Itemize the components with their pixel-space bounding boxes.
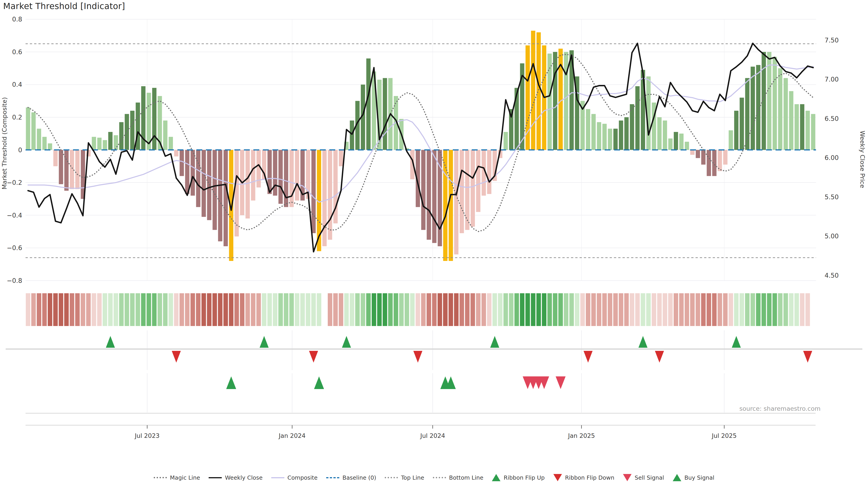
ribbon-cell xyxy=(515,293,519,326)
axis-tick-label: Jul 2023 xyxy=(134,432,160,439)
threshold-bar xyxy=(256,150,261,188)
ribbon-cell xyxy=(470,293,475,326)
up-triangle-marker xyxy=(342,336,351,348)
threshold-bar xyxy=(174,150,178,157)
ribbon-cell xyxy=(679,293,684,326)
dotted-line-sample xyxy=(385,477,398,478)
up-triangle-marker xyxy=(226,377,236,389)
ribbon-cell xyxy=(646,293,651,326)
ribbon-cell xyxy=(344,293,349,326)
ribbon-cell xyxy=(745,293,749,326)
ribbon-cell xyxy=(289,293,294,326)
up-triangle-marker xyxy=(490,336,499,348)
threshold-bar xyxy=(800,104,804,150)
ribbon-cell xyxy=(800,293,804,326)
ribbon-cell xyxy=(695,293,700,326)
ribbon-cell xyxy=(756,293,761,326)
legend-label: Ribbon Flip Up xyxy=(504,475,545,481)
axis-tick-label: −0.4 xyxy=(7,212,22,219)
ribbon-cell xyxy=(641,293,645,326)
ribbon-cell xyxy=(624,293,629,326)
threshold-bar xyxy=(789,91,794,150)
axis-tick-label: Jul 2025 xyxy=(711,432,737,439)
down-triangle-marker xyxy=(309,351,318,363)
threshold-bar xyxy=(487,150,491,194)
legend-label: Buy Signal xyxy=(684,475,715,481)
ribbon-cell xyxy=(548,293,552,326)
threshold-bar xyxy=(163,121,167,150)
ribbon-cell xyxy=(53,293,58,326)
ribbon-cell xyxy=(333,293,338,326)
threshold-bar xyxy=(168,137,173,150)
threshold-bar xyxy=(278,150,283,204)
ribbon-cell xyxy=(448,293,453,326)
ribbon-cell xyxy=(366,293,371,326)
ribbon-cell xyxy=(564,293,568,326)
axis-tick-label: 0.2 xyxy=(12,113,22,121)
axis-tick-label: 0.6 xyxy=(12,48,22,56)
ribbon-cell xyxy=(256,293,261,326)
up-triangle-marker xyxy=(259,336,269,348)
threshold-bar xyxy=(251,150,255,201)
legend-item: Composite xyxy=(271,475,318,481)
threshold-bar xyxy=(152,88,156,150)
threshold-bar xyxy=(295,150,299,201)
ribbon-cell xyxy=(421,293,426,326)
threshold-bar xyxy=(125,114,129,150)
ribbon-cell xyxy=(438,293,442,326)
threshold-bar xyxy=(553,52,557,150)
ribbon-cell xyxy=(26,293,30,326)
axis-tick-label: 7.50 xyxy=(825,37,839,44)
ribbon-cell xyxy=(207,293,212,326)
threshold-bar xyxy=(180,150,184,176)
threshold-bar xyxy=(185,150,189,194)
legend-label: Composite xyxy=(287,475,318,481)
ribbon-cell xyxy=(575,293,579,326)
threshold-bar xyxy=(729,130,733,150)
triangle-up-icon xyxy=(673,474,681,481)
threshold-bar xyxy=(196,150,200,207)
ribbon-cell xyxy=(377,293,382,326)
threshold-bar xyxy=(328,150,332,240)
ribbon-cell xyxy=(663,293,667,326)
legend-label: Magic Line xyxy=(170,475,200,481)
threshold-bar xyxy=(366,59,370,150)
dashed-line-sample xyxy=(326,477,339,478)
axis-tick-label: 6.50 xyxy=(825,115,839,123)
threshold-bar xyxy=(679,133,684,150)
threshold-bars xyxy=(26,31,815,261)
threshold-bar xyxy=(350,121,354,150)
threshold-bar xyxy=(784,78,788,150)
threshold-bar xyxy=(476,150,480,212)
ribbon-cell xyxy=(476,293,480,326)
threshold-bar xyxy=(191,150,195,196)
threshold-bar xyxy=(432,150,436,243)
ribbon-cell xyxy=(196,293,200,326)
axis-tick-label: 5.00 xyxy=(825,232,839,240)
ribbon-cell xyxy=(306,293,310,326)
weekly-close-line xyxy=(28,43,813,252)
threshold-bar xyxy=(289,150,293,207)
ribbon-cell xyxy=(767,293,772,326)
threshold-bar xyxy=(657,117,662,150)
ribbon-cell xyxy=(268,293,272,326)
threshold-bar xyxy=(218,150,222,241)
ribbon-cell xyxy=(108,293,113,326)
threshold-bar xyxy=(130,111,134,150)
threshold-bar xyxy=(471,150,475,227)
threshold-bar xyxy=(515,88,519,150)
ribbon-flip-down-markers xyxy=(172,351,812,363)
ribbon-cell xyxy=(92,293,96,326)
threshold-bar xyxy=(273,150,277,196)
ribbon-cell xyxy=(778,293,782,326)
ribbon-cell xyxy=(558,293,563,326)
threshold-bar xyxy=(586,109,590,150)
threshold-bar xyxy=(339,150,343,166)
dotted-line-sample xyxy=(154,477,167,478)
threshold-bar xyxy=(114,135,118,150)
threshold-bar xyxy=(213,150,217,230)
triangle-up-icon xyxy=(492,474,500,481)
axis-tick-label: 0 xyxy=(18,147,22,154)
magic-line xyxy=(28,55,813,232)
ribbon-cell xyxy=(553,293,557,326)
